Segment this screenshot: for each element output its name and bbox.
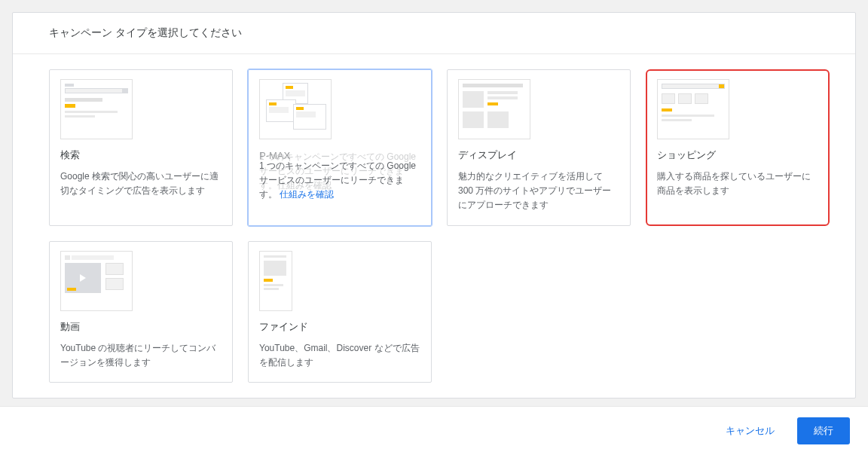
panel-title: キャンペーン タイプを選択してください — [13, 13, 855, 54]
shopping-thumbnail-icon — [657, 79, 729, 139]
card-title: 検索 — [60, 148, 222, 162]
campaign-card-search[interactable]: 検索 Google 検索で関心の高いユーザーに適切なタイミングで広告を表示します — [49, 69, 233, 226]
video-thumbnail-icon — [60, 251, 133, 311]
card-title: ディスプレイ — [458, 148, 619, 162]
campaign-card-find[interactable]: ファインド YouTube、Gmail、Discover などで広告を配信します — [248, 241, 432, 383]
card-title: ショッピング — [657, 148, 818, 162]
footer-action-bar: キャンセル 続行 — [0, 406, 868, 455]
card-desc: YouTube、Gmail、Discover などで広告を配信します — [259, 341, 420, 370]
card-desc: Google 検索で関心の高いユーザーに適切なタイミングで広告を表示します — [60, 169, 222, 198]
pmax-ghost-title: P-MAX — [259, 150, 290, 161]
continue-button[interactable]: 続行 — [797, 417, 850, 444]
campaign-cards-grid: 検索 Google 検索で関心の高いユーザーに適切なタイミングで広告を表示します… — [13, 54, 855, 398]
cancel-button[interactable]: キャンセル — [714, 418, 787, 444]
campaign-card-video[interactable]: 動画 YouTube の視聴者にリーチしてコンバージョンを獲得します — [49, 241, 233, 383]
card-desc: YouTube の視聴者にリーチしてコンバージョンを獲得します — [60, 341, 222, 370]
card-title: ファインド — [259, 320, 420, 334]
card-desc: 魅力的なクリエイティブを活用して 300 万件のサイトやアプリでユーザーにアプロ… — [458, 169, 619, 213]
campaign-type-panel: キャンペーン タイプを選択してください 検索 Google 検索で関心の高いユー… — [12, 12, 856, 399]
campaign-card-display[interactable]: ディスプレイ 魅力的なクリエイティブを活用して 300 万件のサイトやアプリでユ… — [447, 69, 631, 226]
card-desc: 1 つのキャンペーンですべての Google サービスのユーザーにリーチできます… — [259, 159, 420, 203]
pmax-learn-link[interactable]: 仕組みを確認 — [280, 189, 334, 200]
search-thumbnail-icon — [60, 79, 133, 139]
find-thumbnail-icon — [259, 251, 292, 311]
campaign-card-shopping[interactable]: ショッピング 購入する商品を探しているユーザーに商品を表示します — [646, 69, 830, 226]
card-title: 動画 — [60, 320, 222, 334]
pmax-thumbnail-icon — [259, 79, 332, 139]
card-desc: 購入する商品を探しているユーザーに商品を表示します — [657, 169, 818, 198]
display-thumbnail-icon — [458, 79, 530, 139]
campaign-card-pmax[interactable]: P-MAX 1 つのキャンペーンですべての Google サービスのユーザーにリ… — [248, 69, 432, 226]
